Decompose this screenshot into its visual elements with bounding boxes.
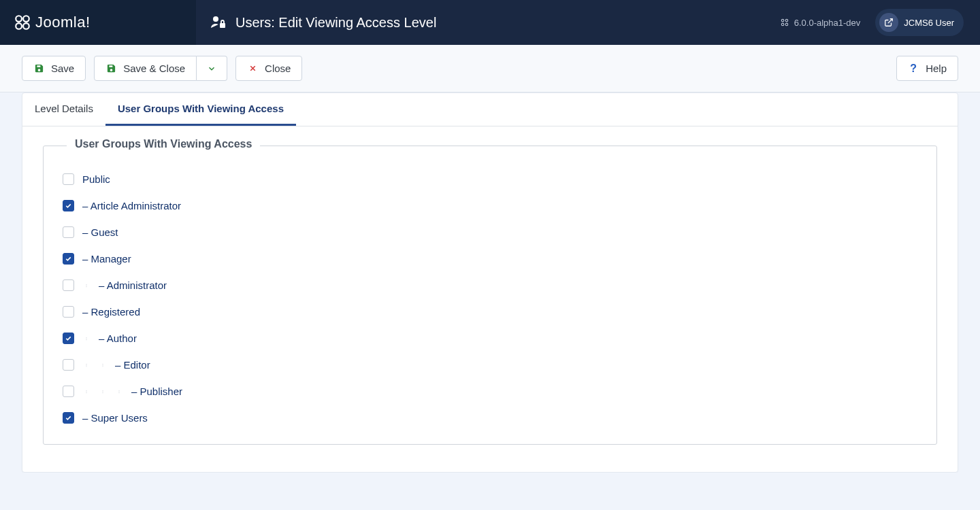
svg-point-11 <box>86 285 87 286</box>
save-close-group: Save & Close <box>94 56 227 81</box>
tree-indent-icon <box>96 386 110 397</box>
close-button[interactable]: Close <box>235 56 302 81</box>
svg-point-14 <box>86 338 87 339</box>
svg-point-27 <box>103 392 103 393</box>
version-indicator[interactable]: 6.0.0-alpha1-dev <box>779 17 861 28</box>
main-panel: Level DetailsUser Groups With Viewing Ac… <box>22 92 958 473</box>
svg-point-26 <box>103 391 103 392</box>
group-checkbox[interactable] <box>63 359 74 371</box>
group-label: – Super Users <box>82 412 148 424</box>
help-button[interactable]: ? Help <box>896 56 958 81</box>
tree-indent-icon <box>96 360 110 371</box>
svg-point-12 <box>86 286 87 287</box>
svg-point-6 <box>781 19 784 22</box>
svg-point-15 <box>86 339 87 340</box>
group-label: – Registered <box>82 306 140 318</box>
group-item[interactable]: – Manager <box>63 253 917 265</box>
group-item[interactable]: – Author <box>63 333 917 344</box>
svg-rect-5 <box>220 23 225 28</box>
group-label: – Author <box>99 333 137 344</box>
svg-point-19 <box>103 363 103 364</box>
svg-point-9 <box>785 23 788 26</box>
group-checkbox[interactable] <box>63 386 74 397</box>
group-item[interactable]: – Super Users <box>63 412 917 424</box>
user-menu[interactable]: JCMS6 User <box>875 9 964 36</box>
toolbar: Save Save & Close Close ? Help <box>0 45 980 92</box>
tab-0[interactable]: Level Details <box>22 93 105 126</box>
group-checkbox[interactable] <box>63 226 74 238</box>
group-checkbox[interactable] <box>63 306 74 318</box>
group-label: – Administrator <box>99 279 167 291</box>
users-lock-icon <box>210 14 226 31</box>
svg-point-21 <box>103 366 103 367</box>
group-list: Public– Article Administrator– Guest– Ma… <box>63 173 917 424</box>
group-label: – Article Administrator <box>82 200 181 211</box>
save-dropdown-button[interactable] <box>197 56 227 81</box>
group-checkbox[interactable] <box>63 412 74 424</box>
title-area: Users: Edit Viewing Access Level <box>196 0 763 45</box>
fieldset-legend: User Groups With Viewing Access <box>67 138 260 150</box>
close-label: Close <box>265 63 291 74</box>
save-icon <box>105 63 116 74</box>
page-title: Users: Edit Viewing Access Level <box>235 15 436 31</box>
tree-indent-icon <box>80 333 93 344</box>
save-label: Save <box>51 63 74 74</box>
svg-point-30 <box>119 392 120 393</box>
group-label: Public <box>82 173 110 185</box>
tree-indent-icon <box>112 386 126 397</box>
svg-point-16 <box>86 363 87 364</box>
svg-point-8 <box>781 23 784 26</box>
external-link-icon <box>879 13 898 32</box>
group-item[interactable]: – Publisher <box>63 386 917 397</box>
group-checkbox[interactable] <box>63 253 74 265</box>
save-close-button[interactable]: Save & Close <box>94 56 197 81</box>
user-groups-fieldset: User Groups With Viewing Access Public– … <box>43 146 937 445</box>
user-name: JCMS6 User <box>904 18 954 28</box>
svg-point-10 <box>86 284 87 284</box>
tabs: Level DetailsUser Groups With Viewing Ac… <box>22 93 958 126</box>
svg-point-23 <box>86 391 87 392</box>
group-checkbox[interactable] <box>63 333 74 344</box>
group-item[interactable]: – Administrator <box>63 279 917 291</box>
group-checkbox[interactable] <box>63 279 74 291</box>
topbar-right: 6.0.0-alpha1-dev JCMS6 User <box>763 0 980 45</box>
svg-point-24 <box>86 392 87 393</box>
save-icon <box>33 63 44 74</box>
group-checkbox[interactable] <box>63 173 74 185</box>
tab-1[interactable]: User Groups With Viewing Access <box>105 93 296 126</box>
tab-panel: User Groups With Viewing Access Public– … <box>22 126 958 472</box>
group-item[interactable]: – Editor <box>63 359 917 371</box>
svg-point-25 <box>103 390 103 390</box>
brand-name: Joomla! <box>35 14 91 31</box>
svg-point-0 <box>16 16 22 22</box>
svg-point-4 <box>213 16 218 22</box>
topbar: Joomla! Users: Edit Viewing Access Level… <box>0 0 980 45</box>
svg-point-13 <box>86 337 87 337</box>
help-label: Help <box>926 63 947 74</box>
brand[interactable]: Joomla! <box>0 0 196 45</box>
group-checkbox[interactable] <box>63 200 74 211</box>
svg-point-1 <box>23 16 29 22</box>
group-label: – Guest <box>82 226 118 238</box>
save-button[interactable]: Save <box>22 56 86 81</box>
group-item[interactable]: – Guest <box>63 226 917 238</box>
svg-point-2 <box>16 23 22 29</box>
svg-point-18 <box>86 366 87 367</box>
version-text: 6.0.0-alpha1-dev <box>794 18 861 28</box>
group-item[interactable]: – Registered <box>63 306 917 318</box>
joomla-small-icon <box>779 17 790 28</box>
chevron-down-icon <box>206 63 217 74</box>
group-label: – Publisher <box>131 386 182 397</box>
joomla-logo-icon <box>14 14 31 31</box>
svg-point-28 <box>119 390 120 390</box>
help-icon: ? <box>908 63 919 74</box>
save-close-label: Save & Close <box>123 63 185 74</box>
svg-point-29 <box>119 391 120 392</box>
group-item[interactable]: Public <box>63 173 917 185</box>
svg-point-22 <box>86 390 87 390</box>
tree-indent-icon <box>80 280 93 291</box>
svg-point-20 <box>103 364 103 365</box>
group-item[interactable]: – Article Administrator <box>63 200 917 211</box>
tree-indent-icon <box>80 386 93 397</box>
tree-indent-icon <box>80 360 93 371</box>
